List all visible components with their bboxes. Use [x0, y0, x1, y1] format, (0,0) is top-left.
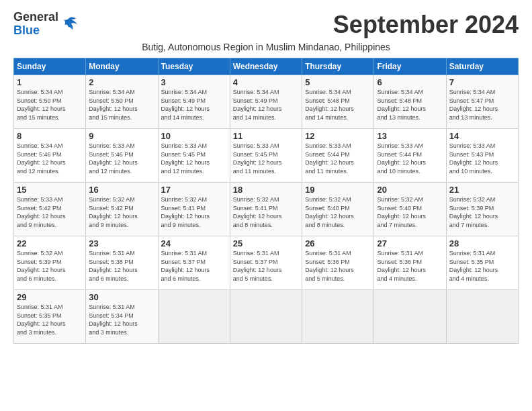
day-number: 6 [377, 77, 443, 87]
calendar-cell: 30Sunrise: 5:31 AM Sunset: 5:34 PM Dayli… [86, 290, 158, 344]
day-number: 21 [449, 185, 515, 195]
subtitle: Butig, Autonomous Region in Muslim Minda… [13, 42, 519, 52]
calendar-cell: 29Sunrise: 5:31 AM Sunset: 5:35 PM Dayli… [14, 290, 86, 344]
logo: General Blue [13, 11, 79, 38]
day-number: 19 [305, 185, 371, 195]
header-wednesday: Wednesday [230, 58, 302, 75]
calendar-cell: 7Sunrise: 5:34 AM Sunset: 5:47 PM Daylig… [446, 75, 518, 129]
day-number: 8 [17, 131, 83, 141]
logo-bird-icon [60, 15, 79, 34]
day-number: 2 [89, 77, 154, 87]
day-number: 10 [161, 131, 227, 141]
day-number: 26 [305, 238, 371, 248]
page: General Blue September 2024 Butig, Auton… [0, 0, 532, 351]
day-info: Sunrise: 5:32 AM Sunset: 5:40 PM Dayligh… [377, 195, 443, 229]
calendar-week-5: 29Sunrise: 5:31 AM Sunset: 5:35 PM Dayli… [14, 290, 519, 344]
calendar-cell: 1Sunrise: 5:34 AM Sunset: 5:50 PM Daylig… [14, 75, 86, 129]
day-number: 14 [449, 131, 515, 141]
calendar-cell: 16Sunrise: 5:32 AM Sunset: 5:42 PM Dayli… [86, 183, 158, 236]
day-info: Sunrise: 5:33 AM Sunset: 5:45 PM Dayligh… [233, 142, 299, 175]
calendar-cell: 17Sunrise: 5:32 AM Sunset: 5:41 PM Dayli… [158, 183, 230, 236]
day-info: Sunrise: 5:33 AM Sunset: 5:43 PM Dayligh… [449, 142, 515, 175]
day-number: 9 [89, 131, 154, 141]
calendar-cell: 28Sunrise: 5:31 AM Sunset: 5:35 PM Dayli… [446, 236, 518, 290]
header-friday: Friday [374, 58, 446, 75]
day-number: 17 [161, 185, 227, 195]
day-number: 13 [377, 131, 443, 141]
day-info: Sunrise: 5:34 AM Sunset: 5:48 PM Dayligh… [305, 88, 371, 122]
calendar-week-2: 8Sunrise: 5:34 AM Sunset: 5:46 PM Daylig… [14, 129, 519, 183]
day-info: Sunrise: 5:34 AM Sunset: 5:49 PM Dayligh… [161, 88, 227, 122]
calendar-cell: 3Sunrise: 5:34 AM Sunset: 5:49 PM Daylig… [158, 75, 230, 129]
calendar-cell: 14Sunrise: 5:33 AM Sunset: 5:43 PM Dayli… [446, 129, 518, 183]
calendar-cell: 19Sunrise: 5:32 AM Sunset: 5:40 PM Dayli… [302, 183, 374, 236]
day-number: 5 [305, 77, 371, 87]
calendar-cell: 8Sunrise: 5:34 AM Sunset: 5:46 PM Daylig… [14, 129, 86, 183]
day-info: Sunrise: 5:32 AM Sunset: 5:39 PM Dayligh… [449, 195, 515, 229]
calendar-cell: 20Sunrise: 5:32 AM Sunset: 5:40 PM Dayli… [374, 183, 446, 236]
calendar-cell: 24Sunrise: 5:31 AM Sunset: 5:37 PM Dayli… [158, 236, 230, 290]
calendar-cell: 22Sunrise: 5:32 AM Sunset: 5:39 PM Dayli… [14, 236, 86, 290]
header-monday: Monday [86, 58, 158, 75]
day-number: 12 [305, 131, 371, 141]
day-number: 15 [17, 185, 83, 195]
day-info: Sunrise: 5:34 AM Sunset: 5:49 PM Dayligh… [233, 88, 299, 122]
month-title: September 2024 [333, 11, 519, 39]
day-info: Sunrise: 5:34 AM Sunset: 5:47 PM Dayligh… [449, 88, 515, 122]
day-number: 23 [89, 238, 154, 248]
day-info: Sunrise: 5:31 AM Sunset: 5:35 PM Dayligh… [17, 303, 83, 336]
day-number: 1 [17, 77, 83, 87]
calendar-cell [230, 290, 302, 344]
calendar-week-3: 15Sunrise: 5:33 AM Sunset: 5:42 PM Dayli… [14, 183, 519, 236]
calendar-cell [302, 290, 374, 344]
day-number: 7 [449, 77, 515, 87]
logo-text2: Blue [13, 24, 40, 37]
calendar-week-1: 1Sunrise: 5:34 AM Sunset: 5:50 PM Daylig… [14, 75, 519, 129]
day-info: Sunrise: 5:34 AM Sunset: 5:50 PM Dayligh… [17, 88, 83, 122]
day-info: Sunrise: 5:31 AM Sunset: 5:36 PM Dayligh… [305, 249, 371, 283]
calendar-cell: 23Sunrise: 5:31 AM Sunset: 5:38 PM Dayli… [86, 236, 158, 290]
day-info: Sunrise: 5:32 AM Sunset: 5:41 PM Dayligh… [161, 195, 227, 229]
day-number: 30 [89, 292, 154, 302]
day-number: 4 [233, 77, 299, 87]
header-sunday: Sunday [14, 58, 86, 75]
calendar-table: Sunday Monday Tuesday Wednesday Thursday… [13, 58, 519, 344]
calendar-cell: 25Sunrise: 5:31 AM Sunset: 5:37 PM Dayli… [230, 236, 302, 290]
day-info: Sunrise: 5:33 AM Sunset: 5:42 PM Dayligh… [17, 195, 83, 229]
day-number: 25 [233, 238, 299, 248]
day-number: 20 [377, 185, 443, 195]
day-info: Sunrise: 5:31 AM Sunset: 5:34 PM Dayligh… [89, 303, 154, 336]
calendar-cell: 2Sunrise: 5:34 AM Sunset: 5:50 PM Daylig… [86, 75, 158, 129]
header-thursday: Thursday [302, 58, 374, 75]
day-info: Sunrise: 5:31 AM Sunset: 5:35 PM Dayligh… [449, 249, 515, 283]
day-number: 27 [377, 238, 443, 248]
day-info: Sunrise: 5:33 AM Sunset: 5:45 PM Dayligh… [161, 142, 227, 175]
calendar-cell: 13Sunrise: 5:33 AM Sunset: 5:44 PM Dayli… [374, 129, 446, 183]
logo-text: General [13, 10, 58, 24]
day-info: Sunrise: 5:31 AM Sunset: 5:38 PM Dayligh… [89, 249, 154, 283]
day-info: Sunrise: 5:31 AM Sunset: 5:37 PM Dayligh… [233, 249, 299, 283]
day-info: Sunrise: 5:33 AM Sunset: 5:44 PM Dayligh… [377, 142, 443, 175]
calendar-cell [374, 290, 446, 344]
header-row: General Blue September 2024 [13, 11, 519, 39]
day-number: 28 [449, 238, 515, 248]
day-number: 22 [17, 238, 83, 248]
day-info: Sunrise: 5:33 AM Sunset: 5:44 PM Dayligh… [305, 142, 371, 175]
header-tuesday: Tuesday [158, 58, 230, 75]
header-saturday: Saturday [446, 58, 518, 75]
calendar-cell: 9Sunrise: 5:33 AM Sunset: 5:46 PM Daylig… [86, 129, 158, 183]
day-number: 18 [233, 185, 299, 195]
calendar-cell: 18Sunrise: 5:32 AM Sunset: 5:41 PM Dayli… [230, 183, 302, 236]
calendar-cell: 4Sunrise: 5:34 AM Sunset: 5:49 PM Daylig… [230, 75, 302, 129]
day-info: Sunrise: 5:32 AM Sunset: 5:42 PM Dayligh… [89, 195, 154, 229]
day-number: 3 [161, 77, 227, 87]
day-info: Sunrise: 5:33 AM Sunset: 5:46 PM Dayligh… [89, 142, 154, 175]
title-block: September 2024 [333, 11, 519, 39]
calendar-cell: 6Sunrise: 5:34 AM Sunset: 5:48 PM Daylig… [374, 75, 446, 129]
day-info: Sunrise: 5:31 AM Sunset: 5:36 PM Dayligh… [377, 249, 443, 283]
day-info: Sunrise: 5:32 AM Sunset: 5:41 PM Dayligh… [233, 195, 299, 229]
day-number: 29 [17, 292, 83, 302]
calendar-cell: 11Sunrise: 5:33 AM Sunset: 5:45 PM Dayli… [230, 129, 302, 183]
day-info: Sunrise: 5:34 AM Sunset: 5:50 PM Dayligh… [89, 88, 154, 122]
day-number: 16 [89, 185, 154, 195]
